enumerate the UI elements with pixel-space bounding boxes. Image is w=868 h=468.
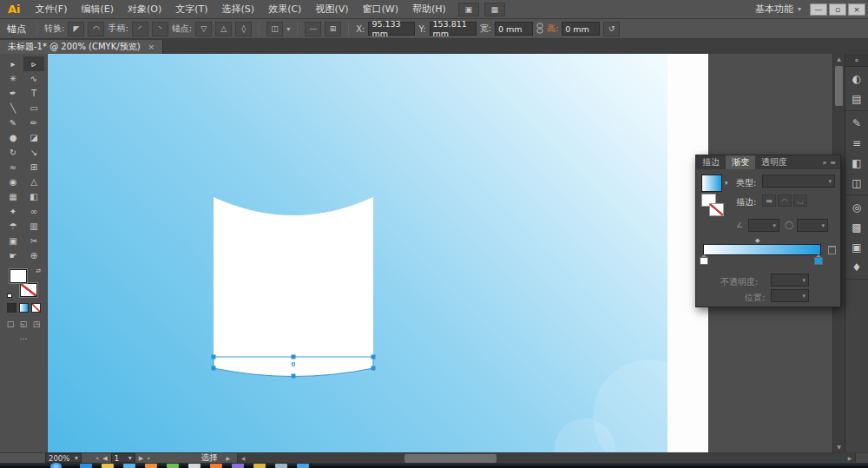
menu-view[interactable]: 视图(V) (308, 0, 355, 18)
rotate-tool[interactable]: ↻ (3, 145, 23, 160)
y-field[interactable]: 153.811 mm (430, 22, 477, 36)
selected-shape[interactable] (48, 54, 667, 452)
show-handles-button[interactable]: ◜ (132, 22, 148, 36)
artboard-tool[interactable]: ▣ (3, 234, 23, 248)
artboard-number-dropdown[interactable]: 1 ▾ (111, 453, 135, 463)
fill-swatch[interactable] (10, 269, 27, 283)
add-anchor-button[interactable]: △ (215, 22, 232, 36)
anchor-point[interactable] (372, 366, 376, 371)
anchor-point[interactable] (372, 355, 376, 359)
close-icon[interactable]: × (148, 43, 155, 51)
gradient-stop-white[interactable] (700, 257, 708, 265)
anchor-point[interactable] (212, 355, 216, 359)
taskbar-app-3[interactable] (123, 464, 135, 468)
anchor-point[interactable] (212, 366, 216, 371)
perspective-grid-tool[interactable]: △ (23, 175, 44, 189)
expand-panels-icon[interactable]: « (845, 54, 868, 67)
minimize-button[interactable]: — (810, 3, 827, 16)
menu-effect[interactable]: 效果(C) (261, 0, 308, 18)
taskbar-app-9[interactable] (253, 464, 266, 468)
arrange-documents-icon[interactable]: ▦ (484, 3, 505, 16)
column-graph-tool[interactable]: ▥ (23, 219, 44, 234)
opacity-dropdown[interactable]: ▾ (771, 274, 809, 287)
draw-inside-button[interactable]: ◳ (31, 319, 43, 329)
hide-handles-button[interactable]: ◝ (152, 22, 168, 36)
draw-behind-button[interactable]: ◱ (18, 319, 30, 329)
aspect-ratio-dropdown[interactable]: ▾ (797, 219, 828, 232)
scroll-left-icon[interactable]: ◀ (238, 453, 248, 464)
isolate-button[interactable]: ◫ (266, 22, 283, 36)
first-artboard-icon[interactable]: « (95, 455, 99, 462)
none-button[interactable] (31, 303, 41, 313)
anchor-point[interactable] (292, 374, 296, 379)
menu-type[interactable]: 文字(T) (168, 0, 214, 18)
chevron-down-icon[interactable]: ▾ (725, 180, 728, 187)
menu-edit[interactable]: 编辑(E) (74, 0, 121, 18)
constrain-link-icon[interactable] (536, 23, 543, 35)
hand-tool[interactable]: ☛ (3, 248, 23, 263)
tab-transparency[interactable]: 透明度 (755, 155, 793, 169)
rectangle-tool[interactable]: ▭ (23, 101, 44, 115)
scroll-down-icon[interactable]: ▼ (833, 442, 845, 452)
eyedropper-tool[interactable]: ✦ (3, 204, 23, 219)
line-segment-tool[interactable]: ╲ (3, 101, 23, 115)
taskbar-app-11[interactable] (297, 464, 309, 468)
cut-path-button[interactable]: ◊ (235, 22, 252, 36)
x-field[interactable]: 95.133 mm (368, 22, 415, 36)
menu-window[interactable]: 窗口(W) (356, 0, 405, 18)
gradient-button[interactable] (19, 303, 29, 313)
zoom-level-dropdown[interactable]: 200% ▾ (45, 453, 82, 463)
convert-to-corner-button[interactable]: ◤ (68, 22, 84, 36)
direct-selection-tool[interactable]: ▹ (23, 56, 44, 71)
anchor-point[interactable] (292, 355, 296, 359)
last-artboard-icon[interactable]: » (147, 455, 150, 462)
taskbar-app-7[interactable] (210, 464, 222, 468)
menu-select[interactable]: 选择(S) (215, 0, 262, 18)
convert-to-smooth-button[interactable]: ◠ (88, 22, 104, 36)
blob-brush-tool[interactable]: ● (3, 130, 23, 145)
collapse-panel-icon[interactable]: » (822, 159, 826, 167)
remove-anchor-button[interactable]: ▽ (195, 22, 212, 36)
stroke-gradient-along-button[interactable]: ◠ (778, 194, 792, 207)
gradient-panel-icon[interactable]: ◧ (845, 153, 868, 173)
taskbar-app-10[interactable] (275, 464, 287, 468)
taskbar-app-4[interactable] (145, 464, 157, 468)
white-shape-path[interactable] (214, 197, 373, 377)
magic-wand-tool[interactable]: ✳ (3, 71, 23, 86)
brushes-panel-icon[interactable]: ✎ (845, 113, 868, 133)
symbol-sprayer-tool[interactable]: ☂ (3, 219, 23, 234)
gradient-thumbnail[interactable] (701, 175, 722, 192)
scroll-up-icon[interactable]: ▲ (833, 54, 845, 64)
symbols-panel-icon[interactable]: ♦ (845, 257, 868, 277)
type-tool[interactable]: T (23, 86, 44, 101)
selection-tool[interactable]: ▸ (3, 56, 23, 71)
taskbar-app-2[interactable] (102, 464, 114, 468)
horizontal-scrollbar-thumb[interactable] (404, 454, 496, 463)
taskbar-app-1[interactable] (80, 464, 92, 468)
start-button[interactable] (50, 463, 62, 468)
pen-tool[interactable]: ✒ (3, 86, 23, 101)
swatches-panel-icon[interactable]: ▤ (845, 89, 868, 109)
taskbar-app-6[interactable] (188, 464, 201, 468)
height-field[interactable]: 0 mm (562, 22, 600, 36)
artboards-panel-icon[interactable]: ▣ (845, 237, 868, 257)
gradient-type-dropdown[interactable]: ▾ (762, 175, 835, 188)
position-dropdown[interactable]: ▾ (771, 289, 809, 302)
gradient-stroke-proxy[interactable] (709, 203, 724, 216)
stroke-swatch[interactable] (20, 283, 37, 297)
close-button[interactable]: × (848, 3, 865, 16)
previous-artboard-icon[interactable]: ◀ (102, 455, 107, 462)
color-button[interactable] (7, 303, 16, 313)
next-artboard-icon[interactable]: ▶ (139, 455, 143, 462)
default-fill-stroke-icon[interactable] (7, 293, 12, 298)
layers-panel-icon[interactable]: ▩ (845, 217, 868, 237)
scale-tool[interactable]: ↘ (23, 145, 44, 160)
tab-gradient[interactable]: 渐变 (726, 155, 755, 169)
stroke-panel-icon[interactable]: ≡ (845, 133, 868, 153)
gradient-tool[interactable]: ◧ (23, 189, 44, 204)
blend-tool[interactable]: ∞ (23, 204, 44, 219)
bridge-icon[interactable]: ▣ (458, 3, 479, 16)
panel-menu-icon[interactable]: ≡ (830, 159, 836, 167)
pencil-tool[interactable]: ✏ (23, 115, 44, 130)
angle-dropdown[interactable]: ▾ (748, 219, 779, 232)
